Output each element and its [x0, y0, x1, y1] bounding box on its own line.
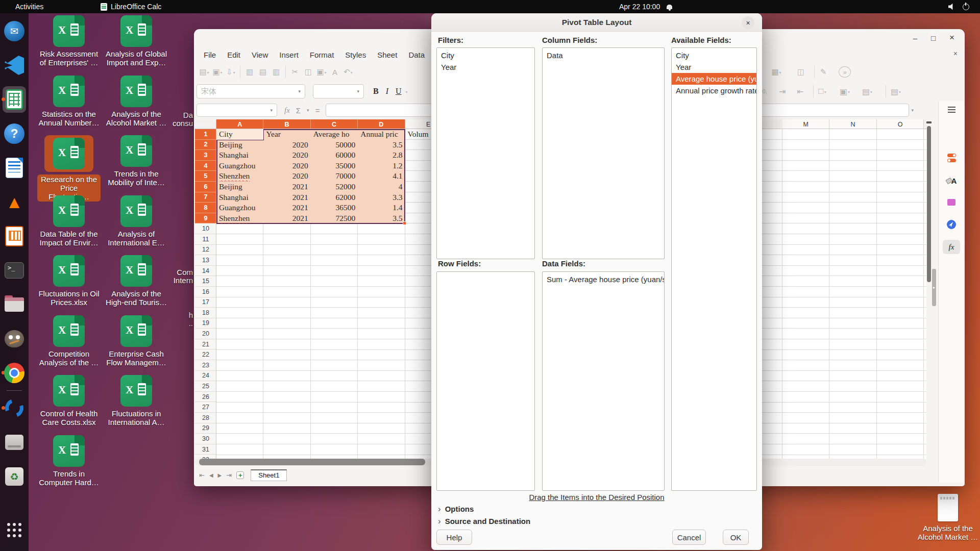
desktop-icon-xlsx[interactable]: XTrends inComputer Hard…: [37, 435, 101, 487]
chevron-down-icon[interactable]: ▾: [357, 89, 359, 94]
row-header-12[interactable]: 12: [195, 245, 216, 256]
row-header-6[interactable]: 6: [195, 182, 216, 192]
row-header-17[interactable]: 17: [195, 297, 216, 308]
column-header-o[interactable]: O: [877, 119, 924, 129]
row-header-21[interactable]: 21: [195, 339, 216, 350]
desktop-icon-xlsx[interactable]: XRisk Assessmentof Enterprises' …: [37, 15, 101, 67]
maximize-button[interactable]: □: [931, 34, 936, 42]
column-header-c[interactable]: C: [311, 119, 358, 129]
desktop-icon-xlsx[interactable]: XFluctuations in OilPrices.xlsx: [37, 255, 101, 307]
clone-formatting-button[interactable]: A: [329, 65, 341, 79]
cell[interactable]: 1.4: [358, 203, 405, 213]
menu-sheet[interactable]: Sheet: [372, 48, 403, 61]
row-header-4[interactable]: 4: [195, 161, 216, 171]
field-item[interactable]: Annual price growth rate (: [672, 85, 756, 96]
field-item[interactable]: Year: [437, 61, 534, 73]
cell[interactable]: 2021: [263, 203, 310, 213]
undo-button[interactable]: ↶▾: [342, 65, 354, 79]
function-wizard-button[interactable]: fx: [284, 106, 290, 115]
cell[interactable]: Shanghai: [216, 150, 263, 161]
desktop-icon-xlsx[interactable]: XCompetitionAnalysis of the …: [37, 315, 101, 367]
desktop-icon-xlsx[interactable]: XTrends in theMobility of Inte…: [105, 135, 168, 187]
cell[interactable]: Average ho: [311, 129, 358, 140]
cell[interactable]: 1.2: [358, 161, 405, 171]
focused-app-indicator[interactable]: LibreOffice Calc: [101, 0, 161, 13]
dock-item-help[interactable]: ?: [0, 122, 29, 145]
select-function-button[interactable]: Σ: [296, 106, 301, 115]
row-header-24[interactable]: 24: [195, 371, 216, 382]
close-button[interactable]: ×: [949, 33, 954, 43]
cell[interactable]: 2021: [263, 192, 310, 203]
column-header-d[interactable]: D: [358, 119, 405, 129]
column-header-a[interactable]: A: [216, 119, 263, 129]
cell[interactable]: 36500: [311, 203, 358, 213]
available-fields-listbox[interactable]: CityYearAverage house price (yuanAnnual …: [671, 47, 757, 491]
column-header-b[interactable]: B: [263, 119, 310, 129]
show-draw-functions-button[interactable]: ✎: [817, 65, 829, 79]
add-sheet-button[interactable]: +: [236, 471, 244, 479]
pivot-table-button[interactable]: ▦▾: [770, 65, 782, 79]
row-header-26[interactable]: 26: [195, 392, 216, 403]
row-header-22[interactable]: 22: [195, 349, 216, 360]
column-header-m[interactable]: M: [782, 119, 829, 129]
row-header-25[interactable]: 25: [195, 381, 216, 392]
chevron-down-icon[interactable]: ▾: [307, 108, 309, 113]
cell[interactable]: 35000: [311, 161, 358, 171]
dock-item-libreoffice-calc[interactable]: [0, 88, 29, 111]
chevron-down-icon[interactable]: ▾: [270, 108, 273, 113]
row-header-2[interactable]: 2: [195, 140, 216, 151]
menu-styles[interactable]: Styles: [339, 48, 372, 61]
cell[interactable]: 50000: [311, 140, 358, 151]
dock-item-chrome[interactable]: [0, 361, 29, 385]
first-sheet-button[interactable]: ⇤: [199, 471, 205, 479]
desktop-icon-xlsx[interactable]: XData Table of theImpact of Envir…: [37, 195, 101, 247]
font-size-input[interactable]: ▾: [313, 84, 364, 98]
copy-button[interactable]: ◫: [302, 65, 314, 79]
desktop-icon-xlsx[interactable]: XAnalysis of theAlcohol Market …: [105, 76, 168, 127]
cell[interactable]: 4: [358, 182, 405, 192]
background-color-button[interactable]: ▣▾: [839, 85, 851, 98]
cell[interactable]: Shenzhen: [216, 213, 263, 224]
export-pdf-button[interactable]: ▥: [243, 65, 256, 79]
field-item[interactable]: City: [437, 49, 534, 61]
open-button[interactable]: ▣▾: [211, 65, 224, 79]
row-header-1[interactable]: 1: [195, 129, 216, 140]
row-header-27[interactable]: 27: [195, 402, 216, 413]
menu-file[interactable]: File: [198, 48, 222, 61]
cell[interactable]: City: [216, 129, 263, 140]
freeze-rows-columns-button[interactable]: ◫: [795, 65, 807, 79]
cell[interactable]: 60000: [311, 150, 358, 161]
data-fields-listbox[interactable]: Sum - Average house price (yuan/sq: [542, 271, 665, 491]
paste-button[interactable]: ▣▾: [315, 65, 328, 79]
previous-sheet-button[interactable]: ◀: [209, 472, 213, 478]
vertical-scrollbar-thumb[interactable]: [927, 126, 931, 282]
cell[interactable]: Shanghai: [216, 192, 263, 203]
row-header-29[interactable]: 29: [195, 423, 216, 434]
cut-button[interactable]: ✂: [289, 65, 301, 79]
filters-listbox[interactable]: CityYear: [436, 47, 535, 259]
system-status-menu[interactable]: [948, 0, 969, 13]
row-header-30[interactable]: 30: [195, 434, 216, 444]
ok-button[interactable]: OK: [723, 530, 749, 545]
cell[interactable]: 2021: [263, 213, 310, 224]
close-document-icon[interactable]: ×: [953, 49, 958, 58]
toolbar-overflow-button[interactable]: »: [839, 66, 851, 78]
menu-insert[interactable]: Insert: [274, 48, 304, 61]
desktop-icon-alcohol-market-copy[interactable]: Analysis of theAlcohol Market …: [916, 494, 979, 541]
cell[interactable]: 3.5: [358, 140, 405, 151]
dock-item-software-updater[interactable]: [0, 396, 29, 420]
row-header-13[interactable]: 13: [195, 255, 216, 266]
cell[interactable]: 2020: [263, 171, 310, 182]
sidebar-tab-styles[interactable]: A: [939, 177, 964, 185]
row-header-20[interactable]: 20: [195, 329, 216, 339]
cell[interactable]: Beijing: [216, 140, 263, 151]
cell[interactable]: 52000: [311, 182, 358, 192]
minimize-button[interactable]: –: [913, 34, 917, 42]
new-button[interactable]: ▤▾: [198, 65, 210, 79]
print-button[interactable]: ▤: [257, 65, 269, 79]
cell[interactable]: 2.8: [358, 150, 405, 161]
dock-item-libreoffice-writer[interactable]: [0, 156, 29, 180]
cell[interactable]: 2020: [263, 161, 310, 171]
chevron-down-icon[interactable]: ▾: [298, 89, 301, 94]
dialog-title[interactable]: Pivot Table Layout: [431, 13, 762, 32]
